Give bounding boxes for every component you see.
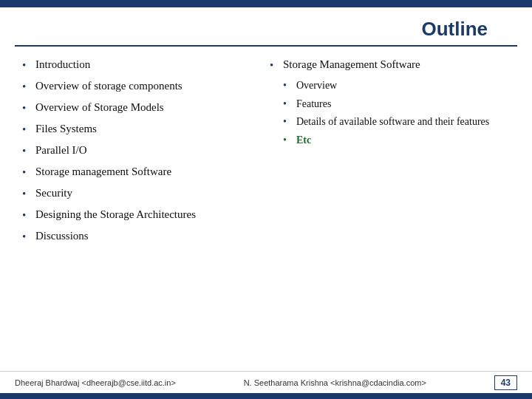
bullet-icon: • — [22, 229, 35, 245]
bullet-text: Etc — [296, 133, 311, 148]
list-item: • Discussions — [22, 228, 262, 245]
bullet-text: Overview of storage components — [35, 78, 183, 94]
content-area: • Introduction • Overview of storage com… — [0, 47, 532, 371]
bullet-text: Parallel I/O — [35, 143, 87, 158]
bullet-text: Overview of Storage Models — [35, 100, 164, 115]
list-item: • Introduction — [22, 57, 262, 73]
sub-list-item-etc: • Etc — [283, 133, 510, 148]
slide-title: Outline — [44, 18, 488, 41]
list-item: • Files Systems — [22, 121, 262, 137]
list-item: • Storage management Software — [22, 164, 262, 180]
page-number: 43 — [494, 375, 517, 390]
bullet-icon: • — [22, 143, 35, 159]
bullet-icon: • — [283, 115, 296, 129]
bullet-text: Discussions — [35, 228, 89, 244]
bullet-text: Introduction — [35, 57, 90, 72]
sub-list-item: • Overview — [283, 78, 510, 93]
list-item: • Parallel I/O — [22, 143, 262, 159]
slide: Outline • Introduction • Overview of sto… — [0, 0, 532, 399]
bullet-icon: • — [22, 122, 35, 137]
bullet-text: Security — [35, 185, 72, 201]
footer-center-text: N. Seetharama Krishna <krishna@cdacindia… — [244, 378, 426, 387]
bullet-text: Files Systems — [35, 121, 97, 137]
top-bar — [0, 0, 532, 7]
title-area: Outline — [15, 7, 517, 47]
bullet-text: Overview — [296, 78, 337, 93]
list-item: • Security — [22, 185, 262, 202]
bullet-text: Features — [296, 97, 331, 112]
list-item: • Overview of storage components — [22, 78, 262, 95]
bullet-icon: • — [283, 78, 296, 93]
list-item: • Overview of Storage Models — [22, 100, 262, 116]
bullet-text: Designing the Storage Architectures — [35, 207, 196, 222]
list-item: • Storage Management Software — [270, 57, 510, 73]
bullet-icon: • — [22, 58, 35, 73]
bullet-icon: • — [270, 58, 283, 73]
bullet-text: Storage Management Software — [283, 57, 420, 72]
list-item: • Designing the Storage Architectures — [22, 207, 262, 223]
sub-list-item: • Details of available software and thei… — [283, 115, 510, 129]
bullet-icon: • — [283, 133, 296, 148]
bullet-icon: • — [22, 186, 35, 202]
bullet-text: Storage management Software — [35, 164, 171, 180]
footer-left-text: Dheeraj Bhardwaj <dheerajb@cse.iitd.ac.i… — [15, 378, 176, 387]
bullet-icon: • — [283, 97, 296, 112]
bullet-icon: • — [22, 79, 35, 95]
bullet-icon: • — [22, 100, 35, 116]
bullet-icon: • — [22, 208, 35, 223]
bullet-text: Details of available software and their … — [296, 115, 489, 129]
sub-list-item: • Features — [283, 97, 510, 112]
right-column: • Storage Management Software • Overview… — [270, 57, 510, 365]
bullet-icon: • — [22, 165, 35, 180]
bottom-bar — [0, 393, 532, 399]
footer: Dheeraj Bhardwaj <dheerajb@cse.iitd.ac.i… — [0, 371, 532, 393]
left-column: • Introduction • Overview of storage com… — [22, 57, 262, 365]
